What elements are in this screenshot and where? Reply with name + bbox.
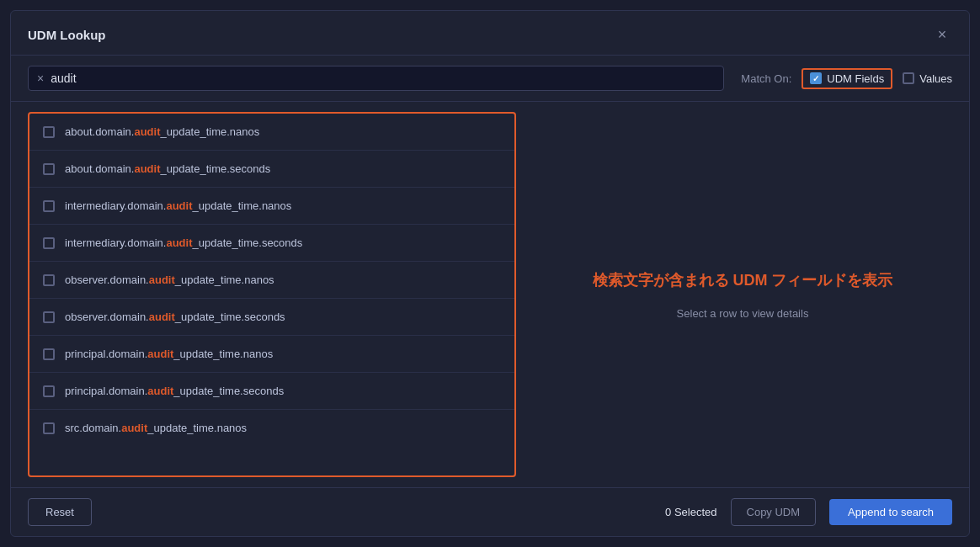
japanese-description: 検索文字が含まれる UDM フィールドを表示	[593, 270, 893, 290]
copy-udm-button[interactable]: Copy UDM	[731, 498, 817, 526]
match-on-section: Match On: UDM Fields Values	[741, 68, 952, 89]
search-row: × Match On: UDM Fields Values	[11, 56, 969, 102]
item-text: principal.domain.audit_update_time.secon…	[65, 385, 284, 397]
item-checkbox[interactable]	[43, 126, 55, 138]
results-list-panel: about.domain.audit_update_time.nanosabou…	[28, 112, 516, 477]
values-checkbox[interactable]	[903, 72, 914, 84]
append-to-search-button[interactable]: Append to search	[829, 499, 952, 525]
item-text: observer.domain.audit_update_time.second…	[65, 311, 285, 323]
list-item[interactable]: principal.domain.audit_update_time.nanos	[29, 336, 514, 373]
item-text: intermediary.domain.audit_update_time.na…	[65, 199, 291, 212]
item-text: principal.domain.audit_update_time.nanos	[65, 348, 273, 360]
item-text: about.domain.audit_update_time.nanos	[65, 125, 259, 138]
results-list-scroll[interactable]: about.domain.audit_update_time.nanosabou…	[29, 114, 514, 475]
clear-search-button[interactable]: ×	[37, 72, 44, 84]
match-on-label: Match On:	[741, 72, 791, 85]
item-text: observer.domain.audit_update_time.nanos	[65, 274, 274, 286]
item-checkbox[interactable]	[43, 385, 55, 397]
dialog-header: UDM Lookup ×	[11, 11, 969, 56]
detail-panel: 検索文字が含まれる UDM フィールドを表示 Select a row to v…	[516, 102, 969, 487]
item-checkbox[interactable]	[43, 311, 55, 323]
item-checkbox[interactable]	[43, 163, 55, 175]
item-text: intermediary.domain.audit_update_time.se…	[65, 236, 302, 249]
udm-fields-label: UDM Fields	[827, 72, 884, 85]
list-item[interactable]: intermediary.domain.audit_update_time.se…	[29, 225, 514, 262]
footer-right: 0 Selected Copy UDM Append to search	[665, 498, 952, 526]
main-content: about.domain.audit_update_time.nanosabou…	[11, 102, 969, 487]
values-label: Values	[919, 72, 952, 85]
reset-button[interactable]: Reset	[28, 498, 92, 526]
list-item[interactable]: src.domain.audit_update_time.nanos	[29, 410, 514, 446]
list-item[interactable]: intermediary.domain.audit_update_time.na…	[29, 188, 514, 225]
list-item[interactable]: about.domain.audit_update_time.seconds	[29, 151, 514, 188]
list-item[interactable]: observer.domain.audit_update_time.nanos	[29, 262, 514, 299]
item-checkbox[interactable]	[43, 237, 55, 249]
search-input[interactable]	[51, 72, 715, 85]
udm-lookup-dialog: UDM Lookup × × Match On: UDM Fields Valu…	[10, 10, 970, 537]
list-item[interactable]: about.domain.audit_update_time.nanos	[29, 114, 514, 151]
select-row-hint: Select a row to view details	[677, 307, 809, 320]
udm-fields-checkbox[interactable]	[810, 72, 822, 84]
list-item[interactable]: observer.domain.audit_update_time.second…	[29, 299, 514, 336]
udm-fields-checkbox-group[interactable]: UDM Fields	[802, 68, 892, 89]
item-checkbox[interactable]	[43, 200, 55, 212]
item-text: src.domain.audit_update_time.nanos	[65, 422, 247, 434]
item-text: about.domain.audit_update_time.seconds	[65, 162, 270, 175]
item-checkbox[interactable]	[43, 422, 55, 434]
close-button[interactable]: ×	[932, 24, 952, 45]
dialog-footer: Reset 0 Selected Copy UDM Append to sear…	[11, 487, 969, 536]
dialog-title: UDM Lookup	[28, 28, 105, 42]
values-checkbox-group[interactable]: Values	[903, 72, 952, 85]
item-checkbox[interactable]	[43, 274, 55, 286]
item-checkbox[interactable]	[43, 348, 55, 360]
list-item[interactable]: principal.domain.audit_update_time.secon…	[29, 373, 514, 410]
selected-count: 0 Selected	[665, 506, 716, 518]
search-input-wrap: ×	[28, 66, 724, 91]
